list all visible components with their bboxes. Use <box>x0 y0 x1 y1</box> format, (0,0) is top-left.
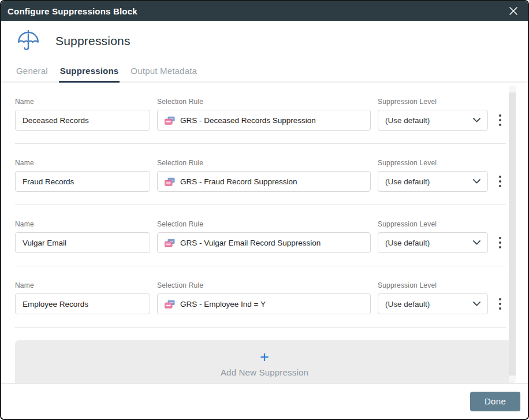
rule-field: Selection Rule GRS - Employee Ind = Y <box>157 281 371 314</box>
row-menu-button[interactable] <box>495 232 505 253</box>
selection-rule-label: Selection Rule <box>157 159 371 167</box>
tab-general[interactable]: General <box>15 66 49 83</box>
block-header: Suppressions <box>1 21 528 61</box>
suppression-level-label: Suppression Level <box>378 281 488 289</box>
suppression-row: Name Selection Rule GRS - Fraud Record S… <box>15 144 506 205</box>
selection-rule-picker[interactable]: GRS - Vulgar Email Record Suppression <box>157 232 371 253</box>
suppression-row: Name Selection Rule GRS - Deceased Recor… <box>15 98 506 144</box>
block-heading: Suppressions <box>55 34 131 48</box>
rule-cards-icon <box>165 116 175 125</box>
dialog-title: Configure Suppressions Block <box>8 6 137 16</box>
selection-rule-value: GRS - Deceased Records Suppression <box>180 116 316 125</box>
selection-rule-picker[interactable]: GRS - Deceased Records Suppression <box>157 110 371 131</box>
level-field: Suppression Level (Use default) <box>378 98 488 131</box>
add-new-suppression-label: Add New Suppression <box>221 367 308 377</box>
selection-rule-label: Selection Rule <box>157 220 371 228</box>
plus-icon: + <box>260 350 269 365</box>
done-button[interactable]: Done <box>470 392 520 411</box>
suppression-level-label: Suppression Level <box>378 220 488 228</box>
tab-output-metadata[interactable]: Output Metadata <box>129 66 198 83</box>
suppressions-list: Name Selection Rule GRS - Deceased Recor… <box>1 83 528 383</box>
level-field: Suppression Level (Use default) <box>378 220 488 253</box>
row-menu-button[interactable] <box>495 110 505 131</box>
row-menu-button[interactable] <box>495 293 505 314</box>
suppression-row: Name Selection Rule GRS - Employee Ind =… <box>15 266 506 328</box>
suppression-level-label: Suppression Level <box>378 159 488 167</box>
scrollbar-thumb[interactable] <box>509 92 516 376</box>
name-field: Name <box>15 220 150 253</box>
name-input[interactable] <box>15 110 150 131</box>
name-field: Name <box>15 281 150 314</box>
kebab-icon <box>499 237 501 248</box>
close-icon <box>509 7 517 15</box>
kebab-icon <box>499 114 501 126</box>
rule-cards-icon <box>165 300 175 309</box>
suppression-level-select[interactable]: (Use default) <box>378 293 488 314</box>
suppression-level-select[interactable]: (Use default) <box>378 232 488 253</box>
name-label: Name <box>15 281 150 289</box>
tab-suppressions[interactable]: Suppressions <box>59 66 120 83</box>
suppression-level-value: (Use default) <box>385 116 430 125</box>
dialog-footer: Done <box>1 383 528 419</box>
rule-field: Selection Rule GRS - Fraud Record Suppre… <box>157 159 371 192</box>
chevron-down-icon <box>473 302 480 306</box>
level-field: Suppression Level (Use default) <box>378 281 488 314</box>
selection-rule-picker[interactable]: GRS - Employee Ind = Y <box>157 293 371 314</box>
name-input[interactable] <box>15 232 150 253</box>
kebab-icon <box>499 298 501 310</box>
selection-rule-picker[interactable]: GRS - Fraud Record Suppression <box>157 171 371 192</box>
rule-cards-icon <box>165 177 175 186</box>
selection-rule-label: Selection Rule <box>157 281 371 289</box>
name-field: Name <box>15 159 150 192</box>
dialog-titlebar: Configure Suppressions Block <box>1 1 528 21</box>
chevron-down-icon <box>473 118 480 122</box>
name-input[interactable] <box>15 171 150 192</box>
configure-suppressions-dialog: Configure Suppressions Block Suppression… <box>0 0 529 420</box>
selection-rule-value: GRS - Fraud Record Suppression <box>180 177 297 186</box>
chevron-down-icon <box>473 179 480 184</box>
level-field: Suppression Level (Use default) <box>378 159 488 192</box>
name-field: Name <box>15 98 150 131</box>
scrollbar-track[interactable] <box>509 86 516 382</box>
suppression-level-value: (Use default) <box>385 239 430 247</box>
suppression-level-value: (Use default) <box>385 300 430 309</box>
name-label: Name <box>15 98 150 106</box>
kebab-icon <box>499 176 501 187</box>
row-menu-button[interactable] <box>495 171 505 192</box>
selection-rule-label: Selection Rule <box>157 98 371 106</box>
close-button[interactable] <box>507 5 520 17</box>
add-new-suppression-button[interactable]: + Add New Suppression <box>15 340 514 383</box>
suppression-level-value: (Use default) <box>385 177 430 186</box>
suppression-row: Name Selection Rule GRS - Vulgar Email R… <box>15 205 506 266</box>
umbrella-icon <box>17 28 40 54</box>
selection-rule-value: GRS - Vulgar Email Record Suppression <box>180 239 321 247</box>
chevron-down-icon <box>473 240 480 245</box>
name-input[interactable] <box>15 293 150 314</box>
name-label: Name <box>15 220 150 228</box>
rule-field: Selection Rule GRS - Deceased Records Su… <box>157 98 371 131</box>
name-label: Name <box>15 159 150 167</box>
suppression-level-select[interactable]: (Use default) <box>378 110 488 131</box>
tab-bar: General Suppressions Output Metadata <box>1 61 528 83</box>
selection-rule-value: GRS - Employee Ind = Y <box>180 300 266 309</box>
suppression-level-label: Suppression Level <box>378 98 488 106</box>
rule-field: Selection Rule GRS - Vulgar Email Record… <box>157 220 371 253</box>
suppression-level-select[interactable]: (Use default) <box>378 171 488 192</box>
rule-cards-icon <box>165 239 175 247</box>
